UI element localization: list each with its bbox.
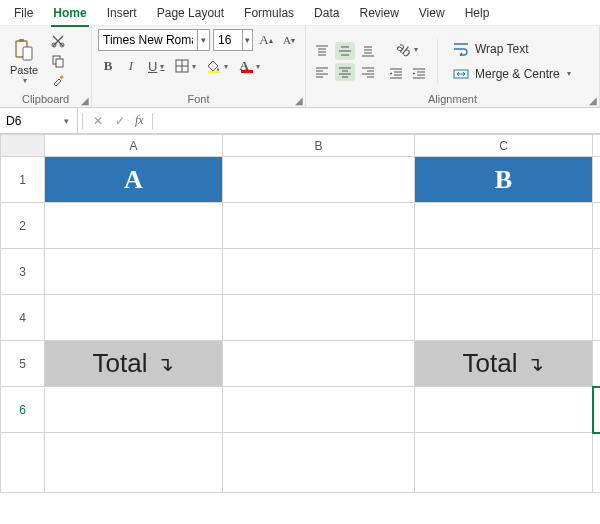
- row-header-6[interactable]: 6: [1, 387, 45, 433]
- align-top[interactable]: [312, 42, 332, 60]
- merge-centre-label: Merge & Centre: [475, 67, 560, 81]
- alignment-dialog-launcher[interactable]: ◢: [589, 95, 597, 106]
- row-header-4[interactable]: 4: [1, 295, 45, 341]
- name-box-dropdown[interactable]: ▾: [56, 116, 77, 126]
- row-7: [1, 433, 601, 493]
- down-right-arrow-icon: ↴: [527, 352, 544, 376]
- select-all-corner[interactable]: [1, 135, 45, 157]
- increase-font-button[interactable]: A▴: [256, 31, 276, 49]
- col-header-C[interactable]: C: [415, 135, 593, 157]
- format-painter-button[interactable]: [48, 72, 68, 90]
- increase-indent-button[interactable]: [409, 64, 429, 82]
- cell-B3[interactable]: [223, 249, 415, 295]
- col-header-A[interactable]: A: [45, 135, 223, 157]
- row-3: 3: [1, 249, 601, 295]
- cell-C6[interactable]: [415, 387, 593, 433]
- cell-C5[interactable]: Total↴: [415, 341, 593, 387]
- orientation-button[interactable]: ab▾: [393, 40, 422, 58]
- name-box-input[interactable]: [0, 114, 56, 128]
- fill-color-button[interactable]: ▾: [203, 57, 232, 75]
- cell-A3[interactable]: [45, 249, 223, 295]
- alignment-grid: [312, 42, 378, 81]
- group-title-font: Font: [98, 93, 299, 106]
- italic-button[interactable]: I: [121, 57, 141, 75]
- cell-B1[interactable]: [223, 157, 415, 203]
- cell-C3[interactable]: [415, 249, 593, 295]
- cell-C7[interactable]: [415, 433, 593, 493]
- wrap-text-button[interactable]: Wrap Text: [446, 38, 578, 60]
- underline-button[interactable]: U▾: [144, 57, 168, 75]
- name-box[interactable]: ▾: [0, 108, 78, 133]
- grid-table: A B C 1 A B 2 3: [0, 134, 600, 493]
- cell-A4[interactable]: [45, 295, 223, 341]
- font-family-combo[interactable]: ▾: [98, 29, 210, 51]
- font-family-dropdown[interactable]: ▾: [197, 30, 209, 50]
- cell-A2[interactable]: [45, 203, 223, 249]
- menu-formulas[interactable]: Formulas: [234, 2, 304, 24]
- clipboard-dialog-launcher[interactable]: ◢: [81, 95, 89, 106]
- row-header-7[interactable]: [1, 433, 45, 493]
- menu-view[interactable]: View: [409, 2, 455, 24]
- align-left[interactable]: [312, 63, 332, 81]
- cell-A5[interactable]: Total↴: [45, 341, 223, 387]
- cancel-formula-button[interactable]: ✕: [87, 114, 109, 128]
- row-header-2[interactable]: 2: [1, 203, 45, 249]
- cut-button[interactable]: [48, 32, 68, 50]
- cell-B5[interactable]: [223, 341, 415, 387]
- font-size-dropdown[interactable]: ▾: [242, 30, 252, 50]
- menu-insert[interactable]: Insert: [97, 2, 147, 24]
- font-color-button[interactable]: A ▾: [235, 57, 263, 75]
- group-font: ▾ ▾ A▴ A▾ B I U▾ ▾ ▾ A: [92, 26, 306, 107]
- cell-B4[interactable]: [223, 295, 415, 341]
- menu-home[interactable]: Home: [43, 2, 96, 24]
- align-middle[interactable]: [335, 42, 355, 60]
- row-header-3[interactable]: 3: [1, 249, 45, 295]
- font-size-combo[interactable]: ▾: [213, 29, 253, 51]
- wrap-text-label: Wrap Text: [475, 42, 529, 56]
- font-dialog-launcher[interactable]: ◢: [295, 95, 303, 106]
- cell-A7[interactable]: [45, 433, 223, 493]
- merge-centre-button[interactable]: Merge & Centre ▾: [446, 63, 578, 85]
- paste-menu-caret: ▾: [23, 76, 27, 85]
- cell-A1[interactable]: A: [45, 157, 223, 203]
- row-header-5[interactable]: 5: [1, 341, 45, 387]
- font-family-input[interactable]: [99, 30, 197, 50]
- menu-pagelayout[interactable]: Page Layout: [147, 2, 234, 24]
- down-right-arrow-icon: ↴: [157, 352, 174, 376]
- col-header-B[interactable]: B: [223, 135, 415, 157]
- paste-button[interactable]: Paste ▾: [6, 32, 42, 90]
- cell-D6-active[interactable]: [593, 387, 601, 433]
- row-1: 1 A B: [1, 157, 601, 203]
- decrease-indent-button[interactable]: [386, 64, 406, 82]
- menu-file[interactable]: File: [4, 2, 43, 24]
- align-bottom[interactable]: [358, 42, 378, 60]
- column-header-row: A B C: [1, 135, 601, 157]
- cell-C4[interactable]: [415, 295, 593, 341]
- cell-A6[interactable]: [45, 387, 223, 433]
- svg-rect-6: [56, 59, 63, 67]
- row-header-1[interactable]: 1: [1, 157, 45, 203]
- fx-icon[interactable]: fx: [131, 113, 148, 128]
- cell-C1[interactable]: B: [415, 157, 593, 203]
- align-center[interactable]: [335, 63, 355, 81]
- cell-C2[interactable]: [415, 203, 593, 249]
- cell-B2[interactable]: [223, 203, 415, 249]
- formula-input[interactable]: [157, 108, 600, 133]
- svg-rect-1: [19, 39, 24, 42]
- ribbon: Paste ▾ Clipboard ◢: [0, 26, 600, 108]
- menu-help[interactable]: Help: [455, 2, 500, 24]
- enter-formula-button[interactable]: ✓: [109, 114, 131, 128]
- cell-B7[interactable]: [223, 433, 415, 493]
- menu-review[interactable]: Review: [349, 2, 408, 24]
- paste-label: Paste: [10, 64, 38, 76]
- decrease-font-button[interactable]: A▾: [279, 31, 299, 49]
- font-size-input[interactable]: [214, 30, 242, 50]
- worksheet[interactable]: A B C 1 A B 2 3: [0, 134, 600, 524]
- bold-button[interactable]: B: [98, 57, 118, 75]
- align-right[interactable]: [358, 63, 378, 81]
- group-alignment: ab▾ Wrap Text Merge & Centre ▾ Alig: [306, 26, 600, 107]
- borders-button[interactable]: ▾: [171, 57, 200, 75]
- cell-B6[interactable]: [223, 387, 415, 433]
- menu-data[interactable]: Data: [304, 2, 349, 24]
- copy-button[interactable]: [48, 52, 68, 70]
